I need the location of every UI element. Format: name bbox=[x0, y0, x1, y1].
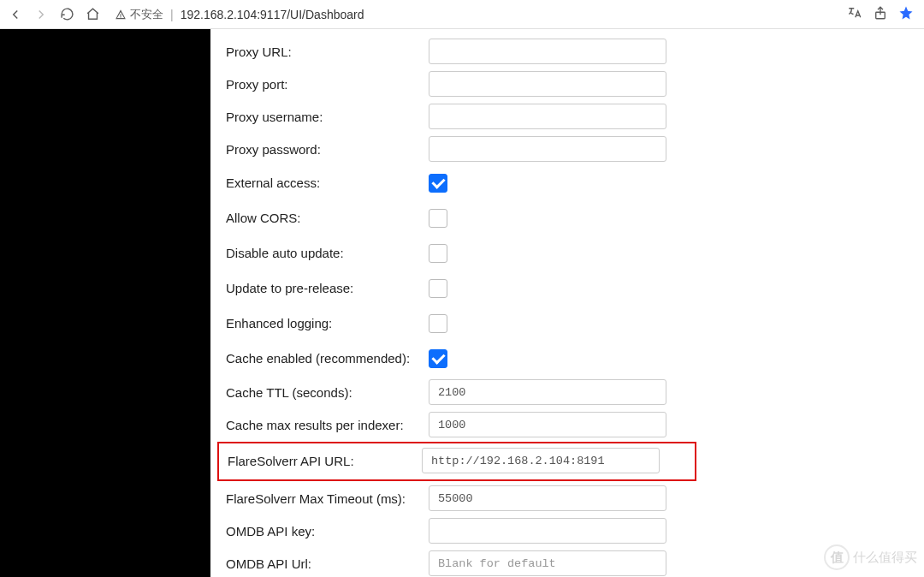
flaresolverr-url-label: FlareSolverr API URL: bbox=[228, 454, 422, 468]
cache-ttl-input[interactable] bbox=[429, 379, 666, 405]
proxy-password-input[interactable] bbox=[429, 136, 666, 162]
proxy-port-label: Proxy port: bbox=[226, 77, 429, 92]
flaresolverr-highlight: FlareSolverr API URL: bbox=[217, 442, 696, 481]
flaresolverr-timeout-label: FlareSolverr Max Timeout (ms): bbox=[226, 491, 429, 506]
bookmark-star-icon[interactable] bbox=[898, 5, 914, 23]
main-content: Proxy URL: Proxy port: Proxy username: P… bbox=[210, 29, 924, 577]
omdb-key-label: OMDB API key: bbox=[226, 524, 429, 538]
enhanced-logging-label: Enhanced logging: bbox=[226, 316, 429, 330]
not-secure-indicator[interactable]: 不安全 bbox=[115, 7, 163, 22]
address-bar-url[interactable]: 192.168.2.104:9117/UI/Dashboard bbox=[181, 8, 364, 21]
browser-toolbar: 不安全 | 192.168.2.104:9117/UI/Dashboard bbox=[0, 0, 924, 29]
proxy-url-input[interactable] bbox=[429, 39, 666, 64]
external-access-label: External access: bbox=[226, 175, 429, 190]
update-prerelease-label: Update to pre-release: bbox=[226, 281, 429, 295]
update-prerelease-checkbox[interactable] bbox=[429, 279, 447, 298]
enhanced-logging-checkbox[interactable] bbox=[429, 314, 447, 333]
flaresolverr-timeout-input[interactable] bbox=[429, 485, 666, 511]
cache-enabled-label: Cache enabled (recommended): bbox=[226, 351, 429, 366]
home-button[interactable] bbox=[84, 6, 101, 23]
cache-ttl-label: Cache TTL (seconds): bbox=[226, 385, 429, 400]
cache-enabled-checkbox[interactable] bbox=[429, 349, 447, 368]
translate-icon[interactable] bbox=[847, 5, 862, 23]
proxy-username-input[interactable] bbox=[429, 104, 666, 129]
omdb-url-label: OMDB API Url: bbox=[226, 556, 429, 571]
allow-cors-checkbox[interactable] bbox=[429, 209, 447, 228]
proxy-username-label: Proxy username: bbox=[226, 110, 429, 124]
omdb-url-input[interactable] bbox=[429, 550, 666, 576]
forward-button[interactable] bbox=[33, 6, 50, 23]
external-access-checkbox[interactable] bbox=[429, 174, 447, 193]
proxy-password-label: Proxy password: bbox=[226, 142, 429, 157]
proxy-url-label: Proxy URL: bbox=[226, 45, 429, 59]
back-button[interactable] bbox=[7, 6, 24, 23]
flaresolverr-url-input[interactable] bbox=[422, 448, 660, 473]
not-secure-label: 不安全 bbox=[130, 7, 163, 22]
proxy-port-input[interactable] bbox=[429, 71, 666, 97]
reload-button[interactable] bbox=[58, 6, 75, 23]
sidebar bbox=[0, 29, 210, 577]
allow-cors-label: Allow CORS: bbox=[226, 211, 429, 225]
cache-max-results-label: Cache max results per indexer: bbox=[226, 418, 429, 432]
disable-auto-update-label: Disable auto update: bbox=[226, 246, 429, 260]
omdb-key-input[interactable] bbox=[429, 518, 666, 544]
share-icon[interactable] bbox=[873, 5, 888, 23]
cache-max-results-input[interactable] bbox=[429, 412, 666, 437]
disable-auto-update-checkbox[interactable] bbox=[429, 244, 447, 263]
